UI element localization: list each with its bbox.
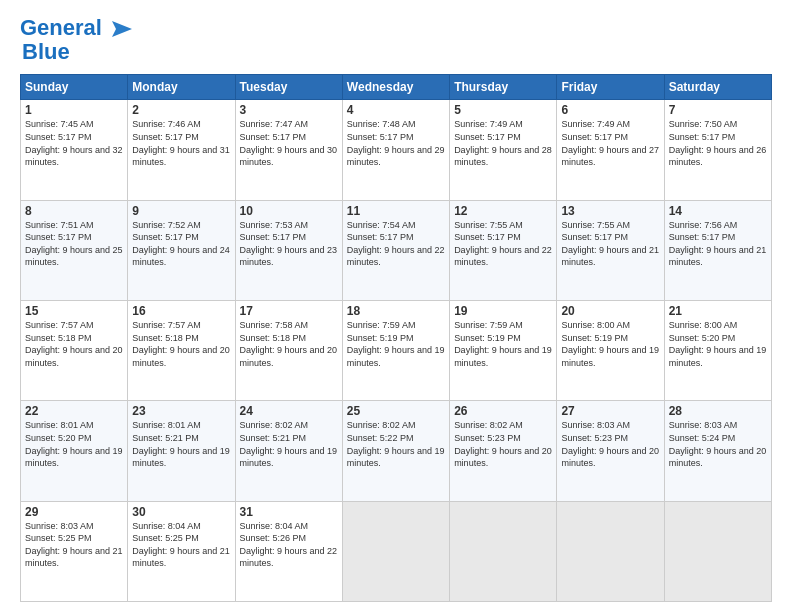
weekday-header-row: SundayMondayTuesdayWednesdayThursdayFrid… (21, 75, 772, 100)
calendar-cell: 28 Sunrise: 8:03 AM Sunset: 5:24 PM Dayl… (664, 401, 771, 501)
day-number: 19 (454, 304, 552, 318)
weekday-tuesday: Tuesday (235, 75, 342, 100)
day-number: 21 (669, 304, 767, 318)
sunrise: Sunrise: 8:00 AM (669, 320, 738, 330)
calendar-week-1: 1 Sunrise: 7:45 AM Sunset: 5:17 PM Dayli… (21, 100, 772, 200)
calendar-cell: 11 Sunrise: 7:54 AM Sunset: 5:17 PM Dayl… (342, 200, 449, 300)
sunset: Sunset: 5:17 PM (561, 232, 628, 242)
daylight: Daylight: 9 hours and 24 minutes. (132, 245, 230, 268)
day-number: 28 (669, 404, 767, 418)
daylight: Daylight: 9 hours and 19 minutes. (132, 446, 230, 469)
sunset: Sunset: 5:17 PM (454, 132, 521, 142)
day-info: Sunrise: 7:56 AM Sunset: 5:17 PM Dayligh… (669, 219, 767, 269)
day-number: 2 (132, 103, 230, 117)
header: General Blue (20, 16, 772, 64)
day-number: 4 (347, 103, 445, 117)
daylight: Daylight: 9 hours and 28 minutes. (454, 145, 552, 168)
sunset: Sunset: 5:17 PM (240, 132, 307, 142)
calendar-cell: 20 Sunrise: 8:00 AM Sunset: 5:19 PM Dayl… (557, 301, 664, 401)
sunrise: Sunrise: 7:46 AM (132, 119, 201, 129)
sunset: Sunset: 5:17 PM (240, 232, 307, 242)
day-info: Sunrise: 7:47 AM Sunset: 5:17 PM Dayligh… (240, 118, 338, 168)
daylight: Daylight: 9 hours and 23 minutes. (240, 245, 338, 268)
sunset: Sunset: 5:25 PM (25, 533, 92, 543)
calendar-cell: 16 Sunrise: 7:57 AM Sunset: 5:18 PM Dayl… (128, 301, 235, 401)
calendar-cell: 23 Sunrise: 8:01 AM Sunset: 5:21 PM Dayl… (128, 401, 235, 501)
sunrise: Sunrise: 7:55 AM (454, 220, 523, 230)
sunset: Sunset: 5:17 PM (561, 132, 628, 142)
sunset: Sunset: 5:20 PM (25, 433, 92, 443)
day-info: Sunrise: 8:03 AM Sunset: 5:23 PM Dayligh… (561, 419, 659, 469)
day-number: 27 (561, 404, 659, 418)
day-number: 24 (240, 404, 338, 418)
logo: General Blue (20, 16, 134, 64)
sunset: Sunset: 5:19 PM (561, 333, 628, 343)
daylight: Daylight: 9 hours and 21 minutes. (561, 245, 659, 268)
sunset: Sunset: 5:17 PM (454, 232, 521, 242)
day-number: 6 (561, 103, 659, 117)
calendar-cell: 25 Sunrise: 8:02 AM Sunset: 5:22 PM Dayl… (342, 401, 449, 501)
day-number: 25 (347, 404, 445, 418)
calendar-cell: 18 Sunrise: 7:59 AM Sunset: 5:19 PM Dayl… (342, 301, 449, 401)
sunrise: Sunrise: 8:01 AM (25, 420, 94, 430)
sunrise: Sunrise: 7:47 AM (240, 119, 309, 129)
daylight: Daylight: 9 hours and 19 minutes. (347, 446, 445, 469)
page: General Blue SundayMondayTuesdayWednesda… (0, 0, 792, 612)
day-info: Sunrise: 8:00 AM Sunset: 5:19 PM Dayligh… (561, 319, 659, 369)
day-number: 12 (454, 204, 552, 218)
calendar-cell: 5 Sunrise: 7:49 AM Sunset: 5:17 PM Dayli… (450, 100, 557, 200)
sunset: Sunset: 5:20 PM (669, 333, 736, 343)
sunrise: Sunrise: 8:02 AM (347, 420, 416, 430)
sunrise: Sunrise: 7:53 AM (240, 220, 309, 230)
calendar-cell: 14 Sunrise: 7:56 AM Sunset: 5:17 PM Dayl… (664, 200, 771, 300)
day-number: 29 (25, 505, 123, 519)
svg-marker-0 (112, 21, 132, 37)
daylight: Daylight: 9 hours and 20 minutes. (132, 345, 230, 368)
sunrise: Sunrise: 8:03 AM (25, 521, 94, 531)
calendar-week-5: 29 Sunrise: 8:03 AM Sunset: 5:25 PM Dayl… (21, 501, 772, 601)
day-number: 10 (240, 204, 338, 218)
day-info: Sunrise: 7:59 AM Sunset: 5:19 PM Dayligh… (347, 319, 445, 369)
day-number: 18 (347, 304, 445, 318)
calendar-week-4: 22 Sunrise: 8:01 AM Sunset: 5:20 PM Dayl… (21, 401, 772, 501)
daylight: Daylight: 9 hours and 29 minutes. (347, 145, 445, 168)
calendar-cell: 10 Sunrise: 7:53 AM Sunset: 5:17 PM Dayl… (235, 200, 342, 300)
logo-arrow-icon (104, 19, 134, 39)
weekday-wednesday: Wednesday (342, 75, 449, 100)
daylight: Daylight: 9 hours and 19 minutes. (347, 345, 445, 368)
sunrise: Sunrise: 8:04 AM (132, 521, 201, 531)
sunrise: Sunrise: 8:03 AM (669, 420, 738, 430)
sunrise: Sunrise: 8:02 AM (240, 420, 309, 430)
daylight: Daylight: 9 hours and 19 minutes. (561, 345, 659, 368)
day-info: Sunrise: 7:48 AM Sunset: 5:17 PM Dayligh… (347, 118, 445, 168)
weekday-thursday: Thursday (450, 75, 557, 100)
weekday-saturday: Saturday (664, 75, 771, 100)
sunrise: Sunrise: 7:59 AM (347, 320, 416, 330)
calendar-cell: 3 Sunrise: 7:47 AM Sunset: 5:17 PM Dayli… (235, 100, 342, 200)
sunrise: Sunrise: 8:04 AM (240, 521, 309, 531)
day-info: Sunrise: 7:55 AM Sunset: 5:17 PM Dayligh… (561, 219, 659, 269)
sunrise: Sunrise: 7:51 AM (25, 220, 94, 230)
sunrise: Sunrise: 7:59 AM (454, 320, 523, 330)
day-number: 7 (669, 103, 767, 117)
calendar-cell: 19 Sunrise: 7:59 AM Sunset: 5:19 PM Dayl… (450, 301, 557, 401)
day-number: 11 (347, 204, 445, 218)
calendar-cell: 1 Sunrise: 7:45 AM Sunset: 5:17 PM Dayli… (21, 100, 128, 200)
sunrise: Sunrise: 8:02 AM (454, 420, 523, 430)
day-number: 15 (25, 304, 123, 318)
calendar-cell: 9 Sunrise: 7:52 AM Sunset: 5:17 PM Dayli… (128, 200, 235, 300)
sunrise: Sunrise: 7:56 AM (669, 220, 738, 230)
sunrise: Sunrise: 7:49 AM (454, 119, 523, 129)
day-info: Sunrise: 8:03 AM Sunset: 5:24 PM Dayligh… (669, 419, 767, 469)
calendar-week-3: 15 Sunrise: 7:57 AM Sunset: 5:18 PM Dayl… (21, 301, 772, 401)
day-info: Sunrise: 7:54 AM Sunset: 5:17 PM Dayligh… (347, 219, 445, 269)
day-info: Sunrise: 7:52 AM Sunset: 5:17 PM Dayligh… (132, 219, 230, 269)
daylight: Daylight: 9 hours and 22 minutes. (454, 245, 552, 268)
calendar-cell: 22 Sunrise: 8:01 AM Sunset: 5:20 PM Dayl… (21, 401, 128, 501)
day-info: Sunrise: 7:51 AM Sunset: 5:17 PM Dayligh… (25, 219, 123, 269)
day-info: Sunrise: 8:02 AM Sunset: 5:22 PM Dayligh… (347, 419, 445, 469)
day-info: Sunrise: 8:04 AM Sunset: 5:25 PM Dayligh… (132, 520, 230, 570)
sunset: Sunset: 5:17 PM (132, 132, 199, 142)
sunrise: Sunrise: 7:57 AM (132, 320, 201, 330)
daylight: Daylight: 9 hours and 32 minutes. (25, 145, 123, 168)
